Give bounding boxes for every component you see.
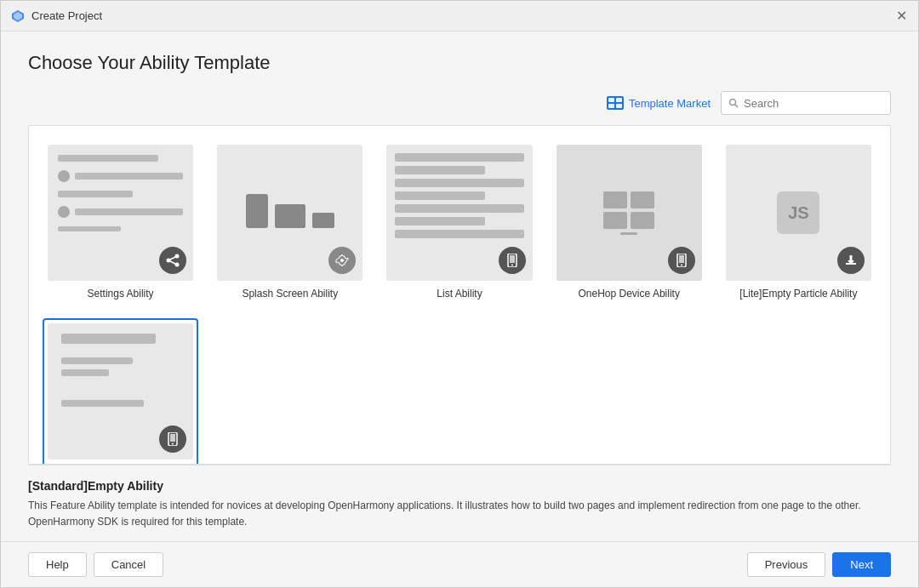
- main-content: Choose Your Ability Template Template Ma…: [1, 31, 918, 541]
- svg-point-7: [730, 100, 736, 106]
- template-name-particle: [Lite]Empty Particle Ability: [739, 288, 857, 300]
- template-market-button[interactable]: Template Market: [607, 96, 711, 110]
- window-title: Create Project: [31, 9, 894, 22]
- template-thumbnail-empty: [48, 323, 193, 460]
- svg-rect-5: [608, 104, 614, 108]
- particle-badge-icon: [837, 247, 865, 274]
- template-market-icon: [607, 96, 624, 110]
- search-input[interactable]: [744, 97, 883, 110]
- svg-rect-19: [679, 255, 684, 263]
- cancel-button[interactable]: Cancel: [94, 552, 163, 577]
- template-thumbnail-onehop: [557, 145, 702, 281]
- template-card-splash[interactable]: Splash Screen Ability: [212, 140, 368, 305]
- template-thumbnail-settings: [48, 145, 193, 281]
- close-button[interactable]: ✕: [894, 9, 908, 23]
- title-bar: Create Project ✕: [1, 1, 918, 31]
- template-card-settings[interactable]: Settings Ability: [43, 140, 198, 305]
- settings-badge-icon: [159, 247, 186, 274]
- template-card-particle[interactable]: JS [Lite]Empty Particle Ability: [721, 140, 876, 305]
- previous-button[interactable]: Previous: [747, 552, 826, 577]
- create-project-window: Create Project ✕ Choose Your Ability Tem…: [0, 0, 919, 588]
- template-name-onehop: OneHop Device Ability: [579, 288, 680, 300]
- template-thumbnail-splash: [217, 145, 362, 281]
- app-icon: [11, 9, 25, 23]
- template-card-empty[interactable]: [Standard]Empty Ability: [43, 318, 198, 465]
- template-market-label: Template Market: [629, 97, 711, 110]
- footer-right: Previous Next: [747, 552, 891, 577]
- search-icon: [728, 98, 739, 108]
- template-card-onehop[interactable]: OneHop Device Ability: [551, 140, 707, 305]
- svg-rect-6: [616, 104, 622, 108]
- svg-rect-23: [849, 255, 852, 261]
- list-badge-icon: [499, 247, 526, 274]
- svg-rect-3: [608, 98, 614, 102]
- template-thumbnail-particle: JS: [726, 145, 871, 281]
- search-box[interactable]: [721, 91, 891, 115]
- svg-point-20: [681, 265, 682, 266]
- template-name-splash: Splash Screen Ability: [242, 288, 338, 300]
- description-title: [Standard]Empty Ability: [28, 479, 891, 493]
- toolbar: Template Market: [28, 91, 891, 115]
- footer: Help Cancel Previous Next: [1, 541, 918, 587]
- templates-grid-container[interactable]: Settings Ability: [28, 125, 891, 465]
- svg-point-26: [172, 443, 174, 445]
- description-area: [Standard]Empty Ability This Feature Abi…: [28, 465, 891, 541]
- template-thumbnail-list: [386, 145, 532, 281]
- svg-rect-25: [170, 434, 175, 442]
- svg-point-17: [511, 265, 513, 266]
- template-card-list[interactable]: List Ability: [381, 140, 537, 305]
- footer-left: Help Cancel: [28, 552, 163, 577]
- js-badge: JS: [777, 191, 819, 234]
- svg-rect-4: [616, 98, 622, 102]
- svg-line-8: [735, 105, 739, 108]
- next-button[interactable]: Next: [832, 552, 891, 577]
- svg-rect-16: [510, 255, 515, 263]
- template-name-list: List Ability: [437, 288, 482, 300]
- svg-point-14: [340, 259, 344, 262]
- help-button[interactable]: Help: [28, 552, 87, 577]
- template-name-settings: Settings Ability: [88, 288, 154, 300]
- svg-line-12: [168, 256, 177, 260]
- page-title: Choose Your Ability Template: [28, 52, 891, 74]
- templates-grid: Settings Ability: [29, 126, 890, 465]
- description-text: This Feature Ability template is intende…: [28, 498, 891, 530]
- empty-badge-icon: [159, 425, 186, 453]
- svg-line-13: [168, 260, 177, 265]
- onehop-badge-icon: [668, 247, 695, 274]
